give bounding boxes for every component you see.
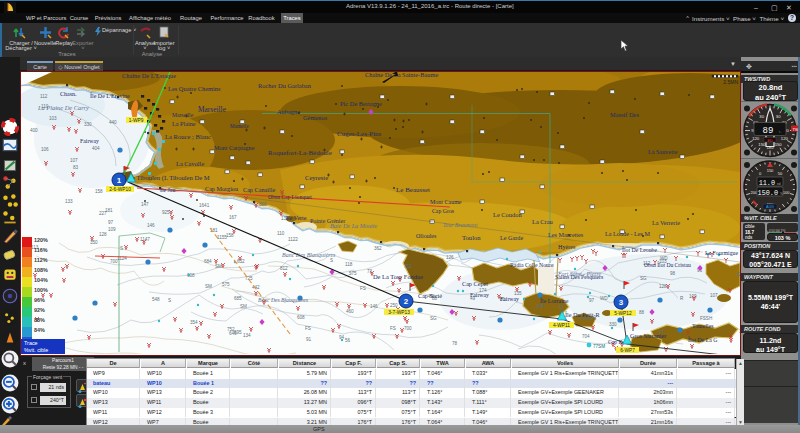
svg-text:Ile Verte: Ile Verte xyxy=(286,215,307,221)
svg-text:2: 2 xyxy=(404,297,409,306)
svg-text:Le Coudon: Le Coudon xyxy=(493,211,522,218)
svg-text:Les Quatre Chemins: Les Quatre Chemins xyxy=(168,85,221,92)
svg-text:5-WP12: 5-WP12 xyxy=(614,311,632,316)
svg-text:575: 575 xyxy=(349,271,357,276)
svg-text:128: 128 xyxy=(659,284,667,289)
svg-text:S: S xyxy=(120,246,123,251)
svg-text:50: 50 xyxy=(778,171,783,176)
svg-text:120: 120 xyxy=(781,136,789,141)
svg-text:11.0: 11.0 xyxy=(759,179,775,187)
svg-text:Îlot De Leoube: Îlot De Leoube xyxy=(622,246,658,253)
svg-text:Marseille: Marseille xyxy=(172,112,194,118)
svg-text:Cap Canaille: Cap Canaille xyxy=(243,186,275,193)
svg-text:Massif Des: Massif Des xyxy=(610,111,639,118)
svg-text:Chasn.: Chasn. xyxy=(60,91,77,97)
svg-text:400: 400 xyxy=(30,128,38,133)
svg-text:S: S xyxy=(168,298,171,303)
svg-text:Radia Colle Noure: Radia Colle Noure xyxy=(510,262,554,268)
svg-text:56: 56 xyxy=(345,338,351,343)
svg-text:Marseille: Marseille xyxy=(198,105,227,114)
svg-text:1: 1 xyxy=(117,176,122,185)
svg-text:100%: 100% xyxy=(34,287,48,293)
svg-text:Gros Sarranier: Gros Sarranier xyxy=(630,332,666,339)
svg-text:Fairway: Fairway xyxy=(470,292,489,298)
svg-text:Pic De Bertagne: Pic De Bertagne xyxy=(340,100,382,107)
svg-text:181: 181 xyxy=(105,208,113,213)
svg-text:3: 3 xyxy=(619,298,624,307)
svg-text:150: 150 xyxy=(767,168,774,173)
svg-text:Baie De La Moutte: Baie De La Moutte xyxy=(330,222,378,229)
svg-text:S: S xyxy=(330,258,333,263)
svg-text:SG: SG xyxy=(430,316,437,321)
svg-text:77SM: 77SM xyxy=(593,344,605,349)
svg-text:100: 100 xyxy=(783,190,790,195)
svg-text:nd: nd xyxy=(777,182,781,186)
svg-text:Ceyreste: Ceyreste xyxy=(305,174,328,181)
svg-text:Cap D: Cap D xyxy=(608,339,622,345)
svg-text:La Rouce ; Blanc: La Rouce ; Blanc xyxy=(165,133,211,140)
svg-text:Fairway: Fairway xyxy=(80,138,99,144)
svg-text:89: 89 xyxy=(763,126,774,136)
svg-text:SG: SG xyxy=(640,276,647,281)
svg-text:362: 362 xyxy=(374,246,382,251)
svg-text:147: 147 xyxy=(141,202,149,207)
svg-text:107: 107 xyxy=(70,158,78,163)
svg-text:Tourelles: Tourelles xyxy=(692,323,714,329)
svg-text:Ile Jau: Ile Jau xyxy=(160,187,175,193)
svg-text:Gémenos: Gémenos xyxy=(303,114,328,121)
svg-text:752: 752 xyxy=(227,327,235,332)
svg-text:118: 118 xyxy=(345,262,353,267)
svg-text:Mont Carpiagne: Mont Carpiagne xyxy=(214,144,255,151)
svg-text:330: 330 xyxy=(84,122,92,127)
svg-text:Îlot De La G: Îlot De La G xyxy=(688,336,717,343)
svg-text:150: 150 xyxy=(775,142,783,147)
svg-text:350: 350 xyxy=(90,240,98,245)
svg-text:116%: 116% xyxy=(34,247,48,253)
svg-text:752: 752 xyxy=(404,264,412,269)
svg-text:704: 704 xyxy=(582,334,590,339)
svg-text:62: 62 xyxy=(559,305,565,310)
svg-text:404: 404 xyxy=(92,146,100,151)
svg-text:107: 107 xyxy=(710,293,718,298)
svg-text:Olioules: Olioules xyxy=(416,233,437,239)
svg-text:Cap Sicié: Cap Sicié xyxy=(418,292,442,299)
svg-text:250: 250 xyxy=(390,303,398,308)
svg-text:Les Maurettes: Les Maurettes xyxy=(548,231,584,238)
svg-text:30: 30 xyxy=(776,114,781,119)
svg-text:Île Lorraine: Île Lorraine xyxy=(540,297,569,304)
svg-text:Fairway: Fairway xyxy=(500,296,519,302)
svg-text:92%: 92% xyxy=(34,307,45,313)
svg-text:WD: WD xyxy=(660,256,668,261)
svg-text:ED: ED xyxy=(768,139,773,143)
svg-text:91: 91 xyxy=(306,337,312,342)
svg-text:460: 460 xyxy=(346,309,354,314)
svg-text:2.5MN: 2.5MN xyxy=(723,79,738,85)
svg-text:SM: SM xyxy=(205,284,212,289)
svg-text:330: 330 xyxy=(609,322,617,327)
svg-text:Cap Morgiou: Cap Morgiou xyxy=(205,185,238,192)
svg-text:128: 128 xyxy=(99,232,107,237)
svg-text:208: 208 xyxy=(536,304,544,309)
svg-text:WD: WD xyxy=(600,296,608,301)
svg-text:Ile Tiboulen (L Tiboulen De M: Ile Tiboulen (L Tiboulen De M xyxy=(128,174,210,182)
svg-text:608: 608 xyxy=(297,315,305,320)
svg-text:FS: FS xyxy=(305,326,311,331)
svg-text:La Londe - Les M: La Londe - Les M xyxy=(605,230,651,237)
svg-text:La Plaine: La Plaine xyxy=(172,120,196,127)
svg-text:96%: 96% xyxy=(34,297,45,303)
svg-text:Île De L'Erevine: Île De L'Erevine xyxy=(90,92,130,99)
svg-text:88: 88 xyxy=(639,310,645,315)
svg-text:La Crau: La Crau xyxy=(532,218,554,225)
svg-text:Toulon: Toulon xyxy=(462,234,481,241)
svg-text:La Cavolle: La Cavolle xyxy=(176,160,204,167)
svg-text:SM: SM xyxy=(215,264,222,269)
svg-text:FS: FS xyxy=(360,286,366,291)
svg-text:1-WP9: 1-WP9 xyxy=(129,118,144,123)
svg-text:FSSH: FSSH xyxy=(700,316,712,321)
svg-text:6-WP7: 6-WP7 xyxy=(620,348,635,353)
svg-text:158: 158 xyxy=(95,189,103,194)
svg-text:1641: 1641 xyxy=(199,203,210,208)
svg-text:112: 112 xyxy=(40,94,48,99)
svg-text:354: 354 xyxy=(190,320,198,325)
svg-text:97: 97 xyxy=(589,298,595,303)
